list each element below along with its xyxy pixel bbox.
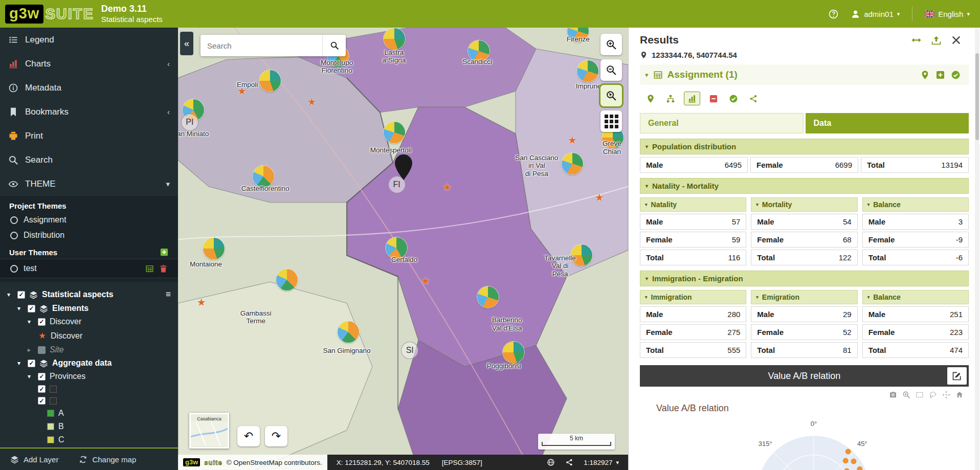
scrollbar-thumb[interactable]	[975, 53, 979, 140]
caret-down-icon[interactable]: ▾	[28, 373, 34, 380]
sidebar-item-legend[interactable]: Legend	[0, 28, 178, 52]
feature-pie-chart[interactable]	[338, 321, 359, 343]
radio-icon[interactable]	[10, 216, 18, 224]
globe-icon[interactable]	[547, 458, 555, 466]
change-map-button[interactable]: Change map	[69, 455, 146, 464]
feature-star-marker[interactable]: ★	[442, 181, 452, 193]
sidebar-item-search[interactable]: Search	[0, 148, 178, 172]
redo-button[interactable]: ↷	[265, 426, 287, 446]
zoom-to-feature-button[interactable]	[644, 93, 657, 105]
data-group-header[interactable]: ▾Balance	[862, 290, 969, 304]
data-group-header[interactable]: ▾Emigration	[751, 290, 857, 304]
relations-button[interactable]	[664, 93, 677, 105]
edit-relation-button[interactable]	[947, 367, 967, 385]
layer-menu-icon[interactable]: ≡	[166, 289, 171, 300]
data-group-header[interactable]: ▾Mortality	[751, 197, 857, 212]
result-section-header[interactable]: ▾Natality - Mortality	[640, 178, 969, 194]
undo-button[interactable]: ↶	[237, 426, 260, 446]
feature-pie-chart[interactable]	[503, 342, 524, 363]
map-search-input[interactable]	[201, 35, 322, 56]
layer-group-elements[interactable]: ▾ Elements	[15, 302, 173, 315]
checkbox[interactable]	[38, 385, 46, 393]
lasso-select-icon[interactable]	[929, 391, 937, 399]
feature-pie-chart[interactable]	[276, 269, 298, 290]
sidebar-item-print[interactable]: Print	[0, 124, 178, 148]
select-feature-button[interactable]	[727, 93, 740, 105]
layer-discover-symbol[interactable]: ★ Discover	[36, 328, 173, 343]
theme-option-distribution[interactable]: Distribution	[0, 228, 178, 243]
feature-star-marker[interactable]: ★	[307, 96, 316, 108]
add-theme-button[interactable]	[160, 248, 169, 257]
result-group-header[interactable]: ▾ Assignment (1)	[640, 64, 969, 85]
reset-view-icon[interactable]	[955, 391, 964, 399]
data-group-header[interactable]: ▾Balance	[862, 197, 969, 212]
close-icon[interactable]	[951, 35, 962, 46]
layer-legend-row[interactable]: C	[45, 433, 173, 446]
feature-pie-chart[interactable]	[562, 153, 583, 174]
delete-theme-icon[interactable]	[159, 264, 168, 273]
feature-pie-chart[interactable]	[577, 60, 598, 82]
caret-down-icon[interactable]: ▾	[645, 72, 649, 78]
theme-option-assignment[interactable]: Assignment	[0, 212, 178, 228]
box-select-icon[interactable]	[916, 391, 924, 399]
checkbox-disabled[interactable]	[38, 346, 46, 354]
layer-site[interactable]: ▸ Site	[26, 343, 173, 356]
layers-grid-button[interactable]	[600, 110, 622, 132]
checkbox[interactable]	[38, 373, 46, 381]
zoom-to-feature-icon[interactable]	[920, 70, 930, 80]
feature-pie-chart[interactable]	[259, 70, 281, 92]
data-group-header[interactable]: ▾Natality	[640, 197, 746, 212]
resize-panel-icon[interactable]	[911, 35, 922, 46]
checkbox[interactable]	[38, 318, 46, 326]
layer-group-discover[interactable]: ▾ Discover	[26, 315, 173, 328]
dock-panel-icon[interactable]	[931, 35, 942, 46]
caret-down-icon[interactable]: ▾	[7, 291, 13, 298]
map-search-button[interactable]	[322, 35, 346, 56]
radio-icon[interactable]	[10, 232, 18, 239]
map[interactable]: ★★★★★★★FirenzeLastra a SignaScandicciMon…	[178, 28, 628, 470]
polar-point[interactable]	[843, 458, 849, 463]
user-theme-test[interactable]: test	[0, 259, 178, 278]
feature-pie-chart[interactable]	[253, 166, 274, 187]
result-section-header[interactable]: ▾Immigration - Emigration	[640, 271, 969, 286]
user-menu[interactable]: admin01 ▾	[851, 9, 900, 19]
sidebar-item-metadata[interactable]: Metadata	[0, 76, 178, 100]
camera-icon[interactable]	[889, 391, 897, 399]
checkbox[interactable]	[38, 397, 46, 405]
layer-legend-row[interactable]	[36, 383, 173, 395]
chart-view-button[interactable]	[684, 92, 700, 105]
tab-data[interactable]: Data	[806, 113, 969, 133]
caret-down-icon[interactable]: ▾	[17, 305, 24, 312]
help-button[interactable]	[829, 9, 838, 19]
add-layer-button[interactable]: Add Layer	[0, 455, 69, 464]
overview-minimap[interactable]: Casabianca	[189, 413, 229, 449]
checkbox[interactable]	[28, 360, 35, 367]
query-tool-button[interactable]	[600, 85, 622, 106]
caret-down-icon[interactable]: ▾	[28, 318, 34, 325]
layer-legend-row[interactable]: A	[45, 407, 173, 420]
zoom-in-button[interactable]	[600, 34, 622, 55]
layer-group-aggregate[interactable]: ▾ Aggregate data	[15, 356, 173, 370]
zoom-icon[interactable]	[902, 391, 910, 399]
feature-pie-chart[interactable]	[477, 286, 499, 308]
app-logo[interactable]: g3w SUITE	[5, 5, 94, 24]
add-selection-icon[interactable]	[936, 70, 945, 80]
sidebar-item-bookmarks[interactable]: Bookmarks ‹	[0, 100, 178, 124]
polar-point[interactable]	[851, 459, 857, 464]
sidebar-item-theme[interactable]: THEME ▾	[0, 172, 178, 196]
scale-selector[interactable]: 1:182927 ▾	[584, 459, 619, 466]
zoom-out-button[interactable]	[600, 59, 622, 81]
polar-point[interactable]	[845, 449, 851, 454]
select-feature-icon[interactable]	[951, 70, 961, 80]
feature-pie-chart[interactable]	[203, 238, 225, 259]
pan-icon[interactable]	[942, 391, 950, 399]
layer-legend-row[interactable]	[36, 395, 173, 407]
checkbox[interactable]	[28, 305, 35, 312]
caret-down-icon[interactable]: ▾	[17, 360, 24, 367]
osm-attribution[interactable]: © OpenStreetMap contributors.	[227, 459, 322, 466]
radio-icon[interactable]	[10, 265, 18, 273]
caret-right-icon[interactable]: ▸	[28, 346, 34, 353]
tab-general[interactable]: General	[640, 113, 804, 133]
feature-star-marker[interactable]: ★	[595, 191, 604, 204]
feature-star-marker[interactable]: ★	[197, 296, 206, 308]
